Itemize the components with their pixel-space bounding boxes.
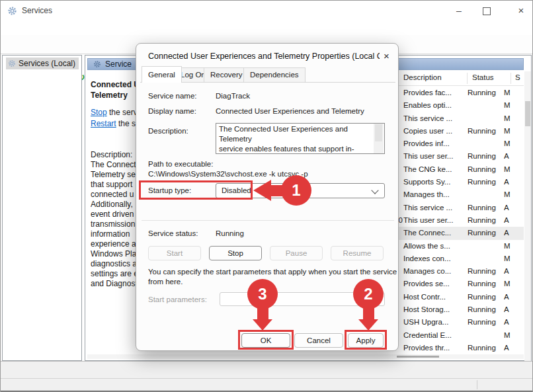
horizontal-scrollbar[interactable] (87, 354, 524, 359)
cell-status: Running (468, 202, 504, 214)
table-row[interactable]: Host Storag...RunningA (397, 303, 524, 316)
cell-description: Host Contr... (403, 291, 468, 303)
vertical-scrollbar[interactable] (524, 71, 531, 372)
table-row[interactable]: Credential E...M (397, 329, 524, 342)
tree-item-services-local[interactable]: Services (Local) (6, 58, 79, 69)
cell-description: Manages th... (403, 188, 468, 201)
description-scrollbar[interactable] (374, 124, 384, 153)
table-row[interactable]: Provides se...RunningM (397, 278, 524, 290)
column-divider[interactable] (511, 73, 511, 84)
cell-startup: M (504, 253, 516, 265)
selected-service-title: Connected U Telemetry (91, 79, 138, 100)
scrollbar-thumb[interactable] (525, 101, 530, 126)
cell-startup: M (504, 278, 516, 290)
cell-description: Provides se... (403, 278, 468, 290)
display-name-value: Connected User Experiences and Telemetry (216, 107, 364, 115)
cell-status: Running (468, 342, 504, 354)
column-divider[interactable] (467, 73, 468, 84)
status-bar (1, 378, 532, 391)
service-name-label: Service name: (148, 92, 197, 100)
cell-description: Manages co... (403, 265, 468, 278)
dialog-close-icon[interactable]: × (384, 50, 390, 61)
tab-dependencies[interactable]: Dependencies (243, 67, 306, 82)
annotation-arrow-down (253, 319, 272, 331)
cell-startup: A (504, 342, 516, 354)
services-gear-icon (93, 60, 101, 68)
view-tab-bar: Extended Standard (1, 361, 532, 379)
table-row-selected[interactable]: The Connec...RunningA (397, 227, 524, 239)
table-row[interactable]: Provides fac...RunningM (397, 87, 524, 99)
tab-general[interactable]: General (142, 66, 182, 83)
cell-startup: A (504, 176, 516, 188)
resume-button[interactable]: Resume (331, 246, 384, 260)
cell-startup: M (504, 87, 516, 99)
pause-button[interactable]: Pause (270, 246, 323, 260)
cell-startup: A (504, 291, 516, 303)
cell-description: Provides thr... (403, 342, 468, 354)
table-row[interactable]: This service ...M (397, 112, 524, 125)
status-bar-divider (477, 380, 477, 389)
table-row[interactable]: Host Contr...RunningA (397, 291, 524, 303)
service-action-links: Stop the serv Restart the se (91, 107, 138, 130)
cell-startup: M (504, 137, 516, 150)
cell-description: Host Storag... (403, 303, 468, 316)
table-row[interactable]: Provides inf...M (397, 137, 524, 150)
console-tree-pane: Services (Local) (2, 55, 82, 361)
cell-description: This user ser... (403, 214, 468, 227)
table-row[interactable]: Provides thr...RunningA (397, 342, 524, 354)
column-status[interactable]: Status (472, 73, 494, 81)
dialog-separator (142, 220, 394, 221)
cell-status: Running (468, 227, 504, 239)
stop-link[interactable]: Stop (91, 108, 107, 117)
table-row[interactable]: Manages th...M (397, 188, 524, 201)
cell-startup: A (504, 202, 516, 214)
cell-status: Running (468, 316, 504, 329)
table-row[interactable]: This service ...RunningA (397, 202, 524, 214)
list-header-row: Description Status S (398, 71, 524, 86)
description-textbox[interactable]: The Connected User Experiences and Telem… (216, 123, 385, 154)
cell-status: Running (468, 265, 504, 278)
minimize-button[interactable]: – (449, 5, 469, 17)
start-parameters-label: Start parameters: (148, 295, 207, 303)
chevron-down-icon (371, 186, 378, 194)
table-row[interactable]: This user ser...RunningA (397, 150, 524, 163)
cell-description: Provides fac... (403, 87, 468, 99)
cell-status: Running (468, 291, 504, 303)
table-row[interactable]: Enables opti...M (397, 99, 524, 112)
table-row[interactable]: The CNG ke...RunningM (397, 163, 524, 176)
cancel-button[interactable]: Cancel (294, 333, 343, 348)
cell-startup: A (504, 150, 516, 163)
restart-link[interactable]: Restart (91, 119, 116, 128)
services-gear-icon (7, 6, 17, 16)
cell-startup: A (504, 214, 516, 227)
cell-description: Copies user ... (403, 125, 468, 137)
table-row[interactable]: Copies user ...RunningM (397, 125, 524, 137)
table-row[interactable]: Allows the s...M (397, 240, 524, 253)
table-row[interactable]: Manages co...RunningA (397, 265, 524, 278)
table-row[interactable]: USH Upgra...RunningA (397, 316, 524, 329)
tab-recovery[interactable]: Recovery (204, 67, 249, 82)
services-gear-icon (8, 59, 16, 67)
table-row[interactable]: Indexes con...M (397, 253, 524, 265)
cell-status: Running (468, 303, 504, 316)
cell-status: Running (468, 214, 504, 227)
cell-status: Running (468, 176, 504, 188)
description-label: Description: (148, 127, 188, 135)
cell-startup: M (504, 240, 516, 253)
maximize-button[interactable] (483, 7, 491, 15)
column-startup-type[interactable]: S (515, 73, 520, 81)
table-row[interactable]: Supports Sy...RunningA (397, 176, 524, 188)
tree-item-label: Services (Local) (19, 59, 75, 68)
stop-button[interactable]: Stop (209, 246, 262, 260)
annotation-box-startup-type (139, 180, 253, 200)
start-button[interactable]: Start (148, 246, 201, 260)
cell-startup: M (504, 112, 516, 125)
services-list: Provides fac...RunningM Enables opti...M… (397, 87, 524, 354)
table-row[interactable]: 10This user ser...RunningA (397, 214, 524, 227)
cell-description: The CNG ke... (403, 163, 468, 176)
close-button[interactable]: × (511, 5, 531, 17)
cell-startup: M (504, 163, 516, 176)
scrollbar-thumb[interactable] (397, 356, 439, 358)
column-description[interactable]: Description (403, 73, 442, 81)
annotation-box-ok (238, 330, 294, 350)
